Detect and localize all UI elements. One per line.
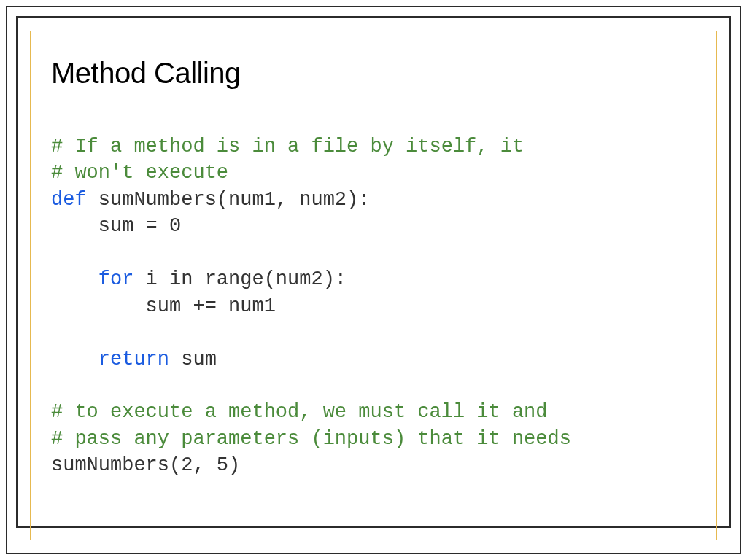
code-text: sum = 0 [51,215,181,237]
code-keyword-return: return [98,349,169,370]
code-comment-line: # won't execute [51,162,228,184]
code-comment-line: # If a method is in a file by itself, it [51,136,524,158]
code-text: sum += num1 [51,295,276,317]
code-comment-line: # to execute a method, we must call it a… [51,401,548,423]
code-text: i in range(num2): [133,268,347,290]
code-keyword-def: def [51,189,87,211]
code-comment-line: # pass any parameters (inputs) that it n… [51,428,571,450]
code-keyword-for: for [98,268,134,290]
code-text: sumNumbers(num1, num2): [87,189,371,211]
code-indent [51,349,98,370]
slide-content: Method Calling # If a method is in a fil… [51,57,696,479]
code-block: # If a method is in a file by itself, it… [51,133,696,479]
code-text: sum [169,349,217,370]
code-text: sumNumbers(2, 5) [51,454,240,476]
slide-title: Method Calling [51,57,696,90]
code-indent [51,268,98,290]
